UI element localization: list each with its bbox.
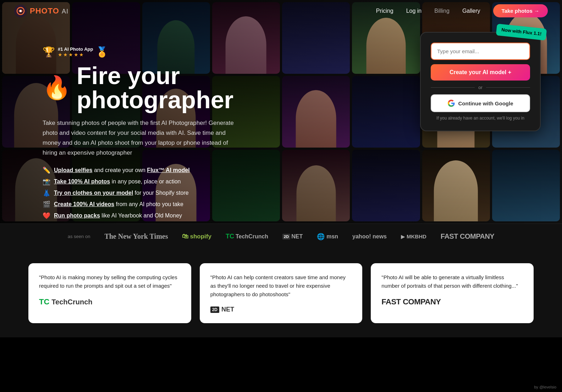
press-fastcompany: FAST COMPANY [441,232,494,241]
laurel-left: 🏆 [43,46,55,58]
testimonial-logo-2: 2D NET [210,306,352,313]
fire-emoji: 🔥 [43,76,71,99]
create-model-button[interactable]: Create your AI model + [431,64,530,81]
login-note: If you already have an account, we'll lo… [431,116,530,121]
camera-emoji: 📸 [43,178,50,186]
pencil-emoji: ✏️ [43,166,50,174]
hero-content: 🏆 #1 AI Photo App ★★★★★ 🏅 🔥 Fire your ph… [0,0,562,223]
heart-emoji: ❤️ [43,212,50,220]
divider-line-left [431,87,475,88]
navbar: PHOTO AI Pricing Log in Billing Gallery … [0,0,562,22]
svg-point-2 [20,10,22,12]
press-zdnet: 2D NET [282,233,303,240]
hero-features-list: ✏️ Upload selfies and create your own Fl… [43,166,284,220]
nav-billing[interactable]: Billing [434,8,450,14]
nav-gallery[interactable]: Gallery [462,8,480,14]
testimonial-logo-1: TC TechCrunch [39,297,181,307]
hero-section: 🏆 #1 AI Photo App ★★★★★ 🏅 🔥 Fire your ph… [0,0,562,223]
logo[interactable]: PHOTO AI [14,5,68,17]
testimonial-text-1: "Photo AI is making money by selling the… [39,273,181,290]
take-photos-button[interactable]: Take photos → [493,4,548,17]
shopify-icon: 🛍 [182,233,188,240]
laurel-right: 🏅 [96,46,108,58]
try-clothes-link[interactable]: Try on clothes on your model [54,190,133,196]
testimonial-card-1: "Photo AI is making money by selling the… [28,263,191,323]
hero-badge: 🏆 #1 AI Photo App ★★★★★ 🏅 [43,46,284,58]
flux-model-link[interactable]: Flux™ AI model [147,167,189,173]
press-yahoo: yahoo! news [352,233,387,240]
badge-stars: ★★★★★ [58,52,93,57]
clothes-emoji: 👗 [43,189,50,197]
testimonial-logo-3: FAST COMPANY [381,297,523,307]
nav-pricing[interactable]: Pricing [376,8,393,14]
google-signin-button[interactable]: Continue with Google [431,94,530,112]
signup-card: Now with Flux 1.1! Create your AI model … [420,32,541,131]
badge-rank: #1 AI Photo App [58,46,93,52]
photo-packs-link[interactable]: Run photo packs [54,212,100,219]
logo-icon [14,5,27,17]
take-photos-link[interactable]: Take 100% AI photos [54,178,110,184]
press-nyt: The New York Times [104,232,168,241]
press-msn: 🌐 msn [317,233,338,241]
nav-links: Pricing Log in Billing Gallery Take phot… [376,4,548,17]
or-divider: or [431,85,530,90]
divider-text: or [478,85,483,90]
press-shopify: 🛍 shopify [182,233,211,240]
ai-videos-link[interactable]: Create 100% AI videos [54,201,114,207]
feature-item: ❤️ Run photo packs like AI Yearbook and … [43,212,284,220]
flux-badge: Now with Flux 1.1! [496,24,547,40]
testimonial-text-3: "Photo AI will be able to generate a vir… [381,273,523,290]
hero-description: Take stunning photos of people with the … [43,118,241,158]
press-mkbhd: ▶ MKBHD [401,233,426,239]
testimonial-text-2: "Photo AI can help content creators save… [210,273,352,299]
divider-line-right [486,87,530,88]
testimonial-card-3: "Photo AI will be able to generate a vir… [371,263,534,323]
video-emoji: 🎬 [43,200,50,208]
press-techcrunch: TC TechCrunch [226,233,268,240]
feature-item: ✏️ Upload selfies and create your own Fl… [43,166,284,174]
google-icon [448,100,455,107]
feature-item: 📸 Take 100% AI photos in any pose, place… [43,178,284,186]
nav-login[interactable]: Log in [406,8,422,14]
press-as-seen: as seen on [68,234,90,239]
footer-credit: by @levelsio [534,385,556,389]
feature-item: 🎬 Create 100% AI videos from any AI phot… [43,200,284,208]
hero-left: 🏆 #1 AI Photo App ★★★★★ 🏅 🔥 Fire your ph… [43,35,284,220]
testimonial-card-2: "Photo AI can help content creators save… [200,263,363,323]
email-input[interactable] [431,43,530,60]
logo-text: PHOTO AI [30,6,68,16]
testimonials-section: "Photo AI is making money by selling the… [0,249,562,337]
upload-selfies-link[interactable]: Upload selfies [54,167,92,173]
hero-title: 🔥 Fire your photographer [43,64,284,112]
feature-item: 👗 Try on clothes on your model for your … [43,189,284,197]
press-bar: as seen on The New York Times 🛍 shopify … [0,223,562,249]
